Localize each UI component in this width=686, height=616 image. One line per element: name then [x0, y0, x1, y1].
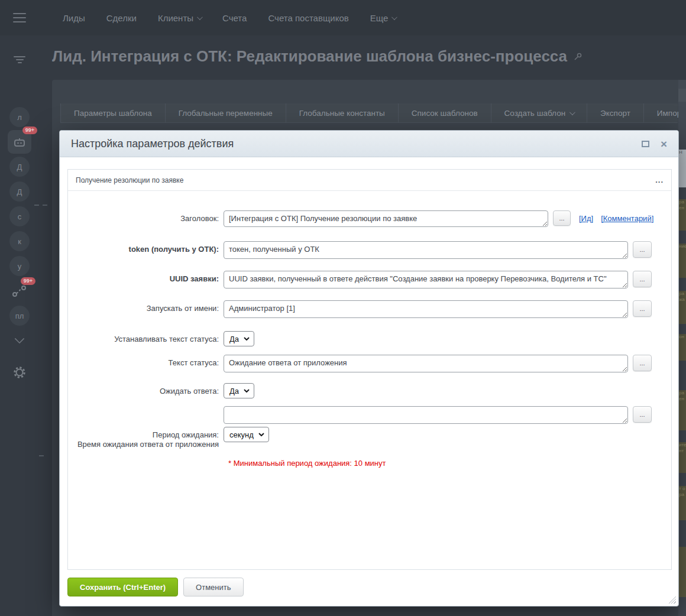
field-row-wait-period: Период ожидания: Время ожидания ответа о… — [68, 427, 671, 449]
save-button[interactable]: Сохранить (Ctrl+Enter) — [67, 578, 178, 596]
tab-global-variables[interactable]: Глобальные переменные — [165, 103, 286, 122]
maximize-icon[interactable] — [642, 141, 649, 147]
resize-handle[interactable] — [667, 595, 676, 604]
page-title: Лид. Интеграция с ОТК: Редактирование ша… — [52, 47, 583, 66]
menu-toggle-icon[interactable] — [13, 13, 26, 22]
field-label: Устанавливать текст статуса: — [68, 331, 224, 344]
nav-supplier-invoices[interactable]: Счета поставщиков — [268, 13, 348, 23]
chevron-down-icon — [244, 337, 250, 341]
copilot-icon[interactable]: 99+ — [8, 130, 31, 154]
insert-value-button[interactable]: ... — [633, 271, 652, 287]
insert-value-button[interactable]: ... — [633, 406, 652, 423]
tab-global-constants[interactable]: Глобальные константы — [286, 103, 398, 122]
field-row-wait-value: ... — [68, 406, 671, 424]
settings-gear-icon[interactable] — [9, 362, 30, 382]
nav-more[interactable]: Еще — [370, 13, 396, 23]
title-input[interactable]: [Интеграция с ОТК] Получение резолюции п… — [224, 210, 548, 227]
tab-template-list[interactable]: Список шаблонов — [398, 103, 491, 122]
action-settings-dialog: Настройка параметров действия × Получени… — [59, 130, 679, 607]
field-label: Период ожидания: Время ожидания ответа о… — [68, 427, 224, 449]
field-row-wait-response: Ожидать ответа: Да — [68, 383, 671, 398]
dialog-titlebar[interactable]: Настройка параметров действия × — [60, 131, 678, 157]
chevron-down-icon — [197, 14, 203, 20]
dialog-title: Настройка параметров действия — [71, 138, 234, 150]
chevron-down-icon — [15, 334, 25, 344]
field-sublabel: Время ожидания ответа от приложения — [68, 440, 219, 449]
workflow-canvas-edge: Н ра ен ние ра жа он ра ен ите нт т о ра — [678, 80, 686, 616]
pin-icon[interactable] — [573, 52, 583, 61]
nav-invoices[interactable]: Счета — [222, 13, 247, 23]
insert-value-button[interactable]: ... — [633, 241, 652, 258]
field-row-token: token (получить у ОТК): токен, полученны… — [68, 241, 671, 259]
connector-dash — [34, 205, 39, 206]
avatar[interactable]: Д — [9, 157, 30, 177]
cancel-button[interactable]: Отменить — [183, 578, 243, 596]
left-sidebar: л 99+ Д Д с к у 99+ пл — [0, 35, 39, 616]
notification-badge: 99+ — [22, 127, 37, 134]
field-label: Заголовок: — [68, 210, 224, 223]
avatar[interactable]: л — [9, 107, 30, 127]
wait-period-unit-select[interactable]: секунд — [224, 427, 269, 442]
avatar[interactable]: с — [9, 206, 30, 226]
nav-leads[interactable]: Лиды — [63, 13, 85, 23]
tab-template-params[interactable]: Параметры шаблона — [60, 103, 165, 122]
token-input[interactable]: токен, полученный у ОТК — [224, 241, 628, 259]
set-status-select[interactable]: Да — [224, 331, 254, 346]
nav-clients[interactable]: Клиенты — [158, 13, 201, 23]
comment-link[interactable]: [Комментарий] — [601, 214, 653, 223]
field-label: UUID заявки: — [68, 271, 224, 284]
tab-export[interactable]: Экспорт — [587, 103, 643, 122]
activity-accordion-header[interactable]: Получение резолюции по заявке ... — [68, 170, 671, 191]
status-text-input[interactable]: Ожидание ответа от приложения — [224, 355, 628, 372]
chevron-down-icon — [258, 433, 264, 436]
nav-deals[interactable]: Сделки — [106, 13, 137, 23]
field-label: Текст статуса: — [68, 355, 224, 368]
wait-response-select[interactable]: Да — [224, 383, 254, 398]
wait-value-input[interactable] — [224, 406, 628, 424]
insert-value-button[interactable]: ... — [553, 210, 571, 226]
robot-icon — [14, 137, 25, 147]
activity-settings-box: Получение резолюции по заявке ... Заголо… — [67, 169, 672, 570]
field-row-uuid: UUID заявки: UUID заявки, полученный в о… — [68, 271, 671, 288]
field-label — [68, 406, 224, 410]
top-bar: Лиды Сделки Клиенты Счета Счета поставщи… — [0, 0, 686, 35]
id-link[interactable]: [Ид] — [579, 214, 593, 223]
workflow-icon[interactable]: 99+ — [9, 281, 30, 301]
activity-parameters-form: Заголовок: [Интеграция с ОТК] Получение … — [68, 191, 671, 468]
expand-sidebar-button[interactable] — [9, 329, 30, 349]
run-as-input[interactable]: Администратор [1] — [224, 300, 628, 318]
insert-value-button[interactable]: ... — [633, 300, 652, 317]
crm-funnel-icon[interactable] — [9, 50, 30, 70]
chevron-down-icon — [569, 109, 575, 115]
uuid-input[interactable]: UUID заявки, полученный в ответе действи… — [224, 271, 628, 288]
dialog-footer: Сохранить (Ctrl+Enter) Отменить — [67, 578, 244, 596]
field-label: Ожидать ответа: — [68, 383, 224, 396]
chevron-down-icon — [244, 389, 250, 393]
close-icon[interactable]: × — [661, 138, 667, 150]
avatar[interactable]: Д — [9, 181, 30, 202]
avatar[interactable]: к — [9, 231, 30, 251]
field-row-status-text: Текст статуса: Ожидание ответа от прилож… — [68, 355, 671, 372]
avatar[interactable]: пл — [9, 306, 30, 326]
ellipsis-menu-icon[interactable]: ... — [655, 176, 664, 184]
field-row-set-status: Устанавливать текст статуса: Да — [68, 331, 671, 346]
field-label: Запускать от имени: — [68, 300, 224, 313]
field-row-title: Заголовок: [Интеграция с ОТК] Получение … — [68, 210, 671, 227]
activity-name: Получение резолюции по заявке — [76, 176, 183, 184]
chevron-down-icon — [391, 14, 397, 20]
notification-badge: 99+ — [21, 277, 35, 285]
insert-value-button[interactable]: ... — [633, 355, 652, 371]
screen: Лиды Сделки Клиенты Счета Счета поставщи… — [0, 0, 686, 616]
top-navigation: Лиды Сделки Клиенты Счета Счета поставщи… — [63, 13, 396, 23]
minimum-wait-warning: * Минимальный период ожидания: 10 минут — [228, 459, 671, 468]
field-label: token (получить у ОТК): — [68, 241, 224, 254]
field-row-run-as: Запускать от имени: Администратор [1] ..… — [68, 300, 671, 318]
tab-create-template[interactable]: Создать шаблон — [491, 103, 587, 122]
connector-dash — [43, 205, 47, 206]
editor-toolbar: Параметры шаблона Глобальные переменные … — [60, 103, 678, 122]
connector-dash — [39, 455, 44, 456]
avatar[interactable]: у — [9, 256, 30, 276]
